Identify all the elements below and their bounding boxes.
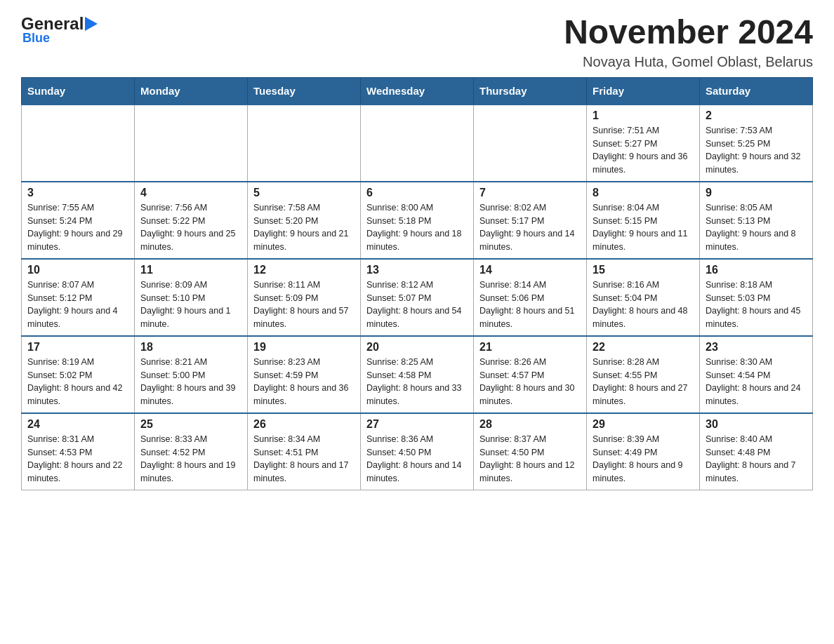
day-info: Sunrise: 8:30 AMSunset: 4:54 PMDaylight:… <box>706 356 807 408</box>
day-number: 22 <box>593 341 694 354</box>
calendar-cell: 11Sunrise: 8:09 AMSunset: 5:10 PMDayligh… <box>135 259 248 336</box>
day-number: 23 <box>706 341 807 354</box>
calendar-cell <box>248 105 361 182</box>
day-number: 1 <box>593 109 694 122</box>
day-info: Sunrise: 8:02 AMSunset: 5:17 PMDaylight:… <box>479 201 581 254</box>
day-info: Sunrise: 8:37 AMSunset: 4:50 PMDaylight:… <box>479 433 581 485</box>
day-number: 14 <box>479 264 581 276</box>
calendar-header-thursday: Thursday <box>474 77 587 105</box>
day-number: 2 <box>706 109 807 122</box>
calendar-cell: 9Sunrise: 8:05 AMSunset: 5:13 PMDaylight… <box>700 182 813 259</box>
calendar-header-saturday: Saturday <box>700 77 813 105</box>
day-number: 15 <box>593 264 694 276</box>
day-number: 24 <box>27 418 128 431</box>
calendar-cell <box>22 105 135 182</box>
calendar-cell: 4Sunrise: 7:56 AMSunset: 5:22 PMDaylight… <box>135 182 248 259</box>
calendar-cell: 23Sunrise: 8:30 AMSunset: 4:54 PMDayligh… <box>700 336 813 413</box>
day-info: Sunrise: 8:04 AMSunset: 5:15 PMDaylight:… <box>593 201 694 254</box>
calendar-header-row: SundayMondayTuesdayWednesdayThursdayFrid… <box>22 77 813 105</box>
logo-triangle-icon <box>85 17 98 31</box>
day-info: Sunrise: 8:39 AMSunset: 4:49 PMDaylight:… <box>593 433 694 485</box>
calendar-cell: 24Sunrise: 8:31 AMSunset: 4:53 PMDayligh… <box>22 413 135 490</box>
day-info: Sunrise: 8:36 AMSunset: 4:50 PMDaylight:… <box>366 433 468 485</box>
calendar-cell: 22Sunrise: 8:28 AMSunset: 4:55 PMDayligh… <box>587 336 700 413</box>
calendar-cell: 16Sunrise: 8:18 AMSunset: 5:03 PMDayligh… <box>700 259 813 336</box>
month-title: November 2024 <box>564 14 813 51</box>
calendar-cell <box>361 105 474 182</box>
calendar-cell: 12Sunrise: 8:11 AMSunset: 5:09 PMDayligh… <box>248 259 361 336</box>
day-info: Sunrise: 8:16 AMSunset: 5:04 PMDaylight:… <box>593 279 694 331</box>
calendar-cell: 30Sunrise: 8:40 AMSunset: 4:48 PMDayligh… <box>700 413 813 490</box>
day-number: 11 <box>140 264 241 276</box>
day-info: Sunrise: 8:14 AMSunset: 5:06 PMDaylight:… <box>479 279 581 331</box>
week-row-1: 1Sunrise: 7:51 AMSunset: 5:27 PMDaylight… <box>22 105 813 182</box>
day-number: 7 <box>479 187 581 199</box>
day-number: 12 <box>253 264 355 276</box>
title-block: November 2024 Novaya Huta, Gomel Oblast,… <box>564 14 813 70</box>
day-number: 30 <box>706 418 807 431</box>
calendar-cell: 28Sunrise: 8:37 AMSunset: 4:50 PMDayligh… <box>474 413 587 490</box>
day-number: 16 <box>706 264 807 276</box>
week-row-4: 17Sunrise: 8:19 AMSunset: 5:02 PMDayligh… <box>22 336 813 413</box>
calendar-cell: 20Sunrise: 8:25 AMSunset: 4:58 PMDayligh… <box>361 336 474 413</box>
calendar-cell: 13Sunrise: 8:12 AMSunset: 5:07 PMDayligh… <box>361 259 474 336</box>
day-info: Sunrise: 8:00 AMSunset: 5:18 PMDaylight:… <box>366 201 468 254</box>
svg-marker-0 <box>85 17 98 31</box>
day-info: Sunrise: 8:26 AMSunset: 4:57 PMDaylight:… <box>479 356 581 408</box>
calendar-header-friday: Friday <box>587 77 700 105</box>
day-number: 26 <box>253 418 355 431</box>
day-number: 9 <box>706 187 807 199</box>
day-info: Sunrise: 8:28 AMSunset: 4:55 PMDaylight:… <box>593 356 694 408</box>
day-info: Sunrise: 7:56 AMSunset: 5:22 PMDaylight:… <box>140 201 241 254</box>
calendar-cell: 18Sunrise: 8:21 AMSunset: 5:00 PMDayligh… <box>135 336 248 413</box>
calendar-header-monday: Monday <box>135 77 248 105</box>
day-info: Sunrise: 8:18 AMSunset: 5:03 PMDaylight:… <box>706 279 807 331</box>
calendar: SundayMondayTuesdayWednesdayThursdayFrid… <box>21 77 813 490</box>
calendar-header-tuesday: Tuesday <box>248 77 361 105</box>
day-number: 28 <box>479 418 581 431</box>
day-info: Sunrise: 8:11 AMSunset: 5:09 PMDaylight:… <box>253 279 355 331</box>
day-info: Sunrise: 8:21 AMSunset: 5:00 PMDaylight:… <box>140 356 241 408</box>
calendar-cell: 19Sunrise: 8:23 AMSunset: 4:59 PMDayligh… <box>248 336 361 413</box>
calendar-cell: 8Sunrise: 8:04 AMSunset: 5:15 PMDaylight… <box>587 182 700 259</box>
calendar-cell <box>474 105 587 182</box>
logo: General Blue <box>21 14 98 46</box>
day-number: 4 <box>140 187 241 199</box>
calendar-header-sunday: Sunday <box>22 77 135 105</box>
day-info: Sunrise: 7:55 AMSunset: 5:24 PMDaylight:… <box>27 201 128 254</box>
day-info: Sunrise: 8:23 AMSunset: 4:59 PMDaylight:… <box>253 356 355 408</box>
day-info: Sunrise: 7:53 AMSunset: 5:25 PMDaylight:… <box>706 124 807 177</box>
day-info: Sunrise: 7:58 AMSunset: 5:20 PMDaylight:… <box>253 201 355 254</box>
calendar-cell: 5Sunrise: 7:58 AMSunset: 5:20 PMDaylight… <box>248 182 361 259</box>
day-info: Sunrise: 8:05 AMSunset: 5:13 PMDaylight:… <box>706 201 807 254</box>
week-row-5: 24Sunrise: 8:31 AMSunset: 4:53 PMDayligh… <box>22 413 813 490</box>
calendar-cell: 17Sunrise: 8:19 AMSunset: 5:02 PMDayligh… <box>22 336 135 413</box>
day-info: Sunrise: 8:25 AMSunset: 4:58 PMDaylight:… <box>366 356 468 408</box>
day-number: 3 <box>27 187 128 199</box>
day-number: 19 <box>253 341 355 354</box>
day-info: Sunrise: 8:31 AMSunset: 4:53 PMDaylight:… <box>27 433 128 485</box>
logo-blue: Blue <box>22 31 50 46</box>
calendar-cell: 15Sunrise: 8:16 AMSunset: 5:04 PMDayligh… <box>587 259 700 336</box>
calendar-cell: 3Sunrise: 7:55 AMSunset: 5:24 PMDaylight… <box>22 182 135 259</box>
day-number: 20 <box>366 341 468 354</box>
day-info: Sunrise: 8:40 AMSunset: 4:48 PMDaylight:… <box>706 433 807 485</box>
day-info: Sunrise: 8:07 AMSunset: 5:12 PMDaylight:… <box>27 279 128 331</box>
day-number: 17 <box>27 341 128 354</box>
calendar-cell: 1Sunrise: 7:51 AMSunset: 5:27 PMDaylight… <box>587 105 700 182</box>
day-number: 13 <box>366 264 468 276</box>
day-number: 8 <box>593 187 694 199</box>
week-row-3: 10Sunrise: 8:07 AMSunset: 5:12 PMDayligh… <box>22 259 813 336</box>
page-header: General Blue November 2024 Novaya Huta, … <box>21 14 813 70</box>
day-number: 27 <box>366 418 468 431</box>
location: Novaya Huta, Gomel Oblast, Belarus <box>564 54 813 70</box>
calendar-cell: 10Sunrise: 8:07 AMSunset: 5:12 PMDayligh… <box>22 259 135 336</box>
calendar-cell: 26Sunrise: 8:34 AMSunset: 4:51 PMDayligh… <box>248 413 361 490</box>
day-info: Sunrise: 8:34 AMSunset: 4:51 PMDaylight:… <box>253 433 355 485</box>
day-number: 29 <box>593 418 694 431</box>
day-number: 21 <box>479 341 581 354</box>
day-number: 18 <box>140 341 241 354</box>
day-number: 5 <box>253 187 355 199</box>
day-number: 6 <box>366 187 468 199</box>
calendar-cell: 7Sunrise: 8:02 AMSunset: 5:17 PMDaylight… <box>474 182 587 259</box>
